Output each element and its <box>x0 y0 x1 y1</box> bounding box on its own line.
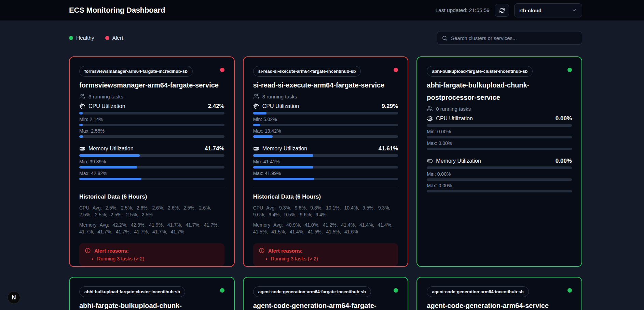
app-header: ECS Monitoring Dashboard Last updated: 2… <box>0 0 644 21</box>
alert-reason: Running 3 tasks (> 2) <box>97 256 219 261</box>
service-card: agent-code-generation-arm64-fargate-ince… <box>243 277 409 310</box>
nextjs-n-logo[interactable]: N <box>8 291 20 304</box>
cpu-value: 9.29% <box>382 103 398 110</box>
cpu-chip-icon <box>79 103 85 109</box>
memory-label: Memory Utilization <box>262 146 307 152</box>
alert-title: Alert reasons: <box>268 248 303 254</box>
status-legend: Healthy Alert <box>69 35 123 41</box>
page-title: ECS Monitoring Dashboard <box>69 6 165 15</box>
memory-min-label: Min: 41.41% <box>253 159 398 164</box>
service-title: formsviewsmanager-arm64-fargate-service <box>79 79 224 91</box>
alert-reasons-list: Running 3 tasks (> 2) <box>97 256 219 261</box>
cpu-min-label: Min: 2.14% <box>79 117 224 122</box>
ram-icon <box>427 158 433 164</box>
search-input[interactable] <box>451 35 577 41</box>
legend-healthy: Healthy <box>69 35 94 41</box>
memory-max-bar <box>79 178 224 180</box>
memory-bar <box>79 154 224 157</box>
service-title: agent-code-generation-arm64-service <box>427 299 572 310</box>
running-tasks: 3 running tasks <box>253 93 398 99</box>
refresh-icon <box>499 8 505 13</box>
memory-metric: Memory Utilization 41.74% Min: 39.89% Ma… <box>79 145 224 180</box>
memory-bar <box>427 166 572 169</box>
cluster-badge: agent-code-generation-arm64-fargate-ince… <box>253 286 371 297</box>
memory-metric: Memory Utilization 41.61% Min: 41.41% Ma… <box>253 145 398 180</box>
cluster-badge: si-read-si-execute-arm64-fargate-incenti… <box>253 66 361 77</box>
service-card: formsviewsmanager-arm64-fargate-incredih… <box>69 56 235 267</box>
memory-metric: Memory Utilization 0.00% Min: 0.00% Max:… <box>427 158 572 192</box>
running-tasks-label: 3 running tasks <box>88 94 123 99</box>
alert-reasons-list: Running 3 tasks (> 2) <box>271 256 393 261</box>
cpu-max-label: Max: 0.00% <box>427 140 572 146</box>
cpu-max-bar <box>79 135 224 138</box>
alert-title: Alert reasons: <box>94 248 129 254</box>
memory-min-bar <box>253 166 398 169</box>
memory-max-label: Max: 41.99% <box>253 171 398 176</box>
card-header: si-read-si-execute-arm64-fargate-incenti… <box>253 66 398 77</box>
cluster-select-value: rtb-cloud <box>519 8 542 13</box>
cpu-min-bar <box>253 124 398 126</box>
running-tasks: 0 running tasks <box>427 106 572 112</box>
card-header: abhi-bulkupload-fargate-cluster-incentih… <box>79 286 224 297</box>
memory-max-label: Max: 42.82% <box>79 171 224 176</box>
service-card: abhi-bulkupload-fargate-cluster-incentih… <box>416 56 582 267</box>
card-header: agent-code-generation-arm64-fargate-ince… <box>253 286 398 297</box>
historical-section: Historical Data (6 Hours) CPU Avg: 9.3%,… <box>253 188 398 235</box>
divider <box>79 188 224 188</box>
users-icon <box>79 93 85 99</box>
service-title: abhi-fargate-bulkupload-chunk-postproces… <box>79 299 224 310</box>
memory-history-line: Memory Avg: 40.9%, 41.0%, 41.2%, 41.4%, … <box>253 221 398 235</box>
alert-box: Alert reasons: Running 3 tasks (> 2) <box>253 243 398 266</box>
service-card: si-read-si-execute-arm64-fargate-incenti… <box>243 56 409 267</box>
main-content: Healthy Alert formsviewsmanager-arm64-fa… <box>69 31 582 310</box>
cpu-metric: CPU Utilization 2.42% Min: 2.14% Max: 2.… <box>79 103 224 138</box>
cards-grid: formsviewsmanager-arm64-fargate-incredih… <box>69 56 582 310</box>
legend-alert: Alert <box>105 35 123 41</box>
memory-bar <box>253 154 398 157</box>
running-tasks-label: 3 running tasks <box>262 94 297 99</box>
search-box[interactable] <box>437 31 582 45</box>
ram-icon <box>253 146 259 152</box>
alert-dot-icon <box>105 36 109 40</box>
legend-alert-label: Alert <box>112 35 123 41</box>
cluster-select[interactable]: rtb-cloud <box>514 3 582 17</box>
ram-icon <box>79 146 85 152</box>
cpu-label: CPU Utilization <box>88 103 125 109</box>
memory-min-bar <box>427 178 572 181</box>
users-icon <box>427 106 433 112</box>
cpu-history-line: CPU Avg: 2.5%, 2.5%, 2.6%, 2.6%, 2.6%, 2… <box>79 204 224 218</box>
service-card: abhi-bulkupload-fargate-cluster-incentih… <box>69 277 235 310</box>
memory-value: 0.00% <box>556 158 572 164</box>
search-icon <box>442 35 448 41</box>
status-dot <box>567 288 572 293</box>
historical-section: Historical Data (6 Hours) CPU Avg: 2.5%,… <box>79 188 224 235</box>
status-dot <box>220 288 224 293</box>
cpu-min-bar <box>427 136 572 138</box>
card-header: agent-code-generation-arm64-incentihub-s… <box>427 286 572 297</box>
info-circle-icon <box>259 247 265 254</box>
historical-title: Historical Data (6 Hours) <box>79 193 224 200</box>
users-icon <box>253 93 259 99</box>
cluster-badge: abhi-bulkupload-fargate-cluster-incentih… <box>427 66 533 77</box>
cpu-metric: CPU Utilization 0.00% Min: 0.00% Max: 0.… <box>427 115 572 150</box>
cluster-badge: formsviewsmanager-arm64-fargate-incredih… <box>79 66 193 77</box>
chevron-down-icon <box>572 8 577 13</box>
service-title: si-read-si-execute-arm64-fargate-service <box>253 79 398 91</box>
toolbar: Healthy Alert <box>69 31 582 45</box>
cpu-bar <box>79 112 224 114</box>
cpu-label: CPU Utilization <box>262 103 299 109</box>
status-dot <box>567 68 572 72</box>
status-dot <box>220 68 224 72</box>
memory-min-bar <box>79 166 224 169</box>
cpu-bar <box>253 112 398 114</box>
cluster-badge: agent-code-generation-arm64-incentihub-s… <box>427 286 529 297</box>
refresh-button[interactable] <box>495 4 509 17</box>
memory-label: Memory Utilization <box>88 146 134 152</box>
status-dot <box>394 68 398 72</box>
service-card: agent-code-generation-arm64-incentihub-s… <box>416 277 582 310</box>
card-header: abhi-bulkupload-fargate-cluster-incentih… <box>427 66 572 77</box>
last-updated-text: Last updated: 21:55:59 <box>435 7 490 13</box>
cpu-value: 0.00% <box>556 115 572 122</box>
memory-min-label: Min: 0.00% <box>427 171 572 177</box>
cpu-bar <box>427 124 572 127</box>
